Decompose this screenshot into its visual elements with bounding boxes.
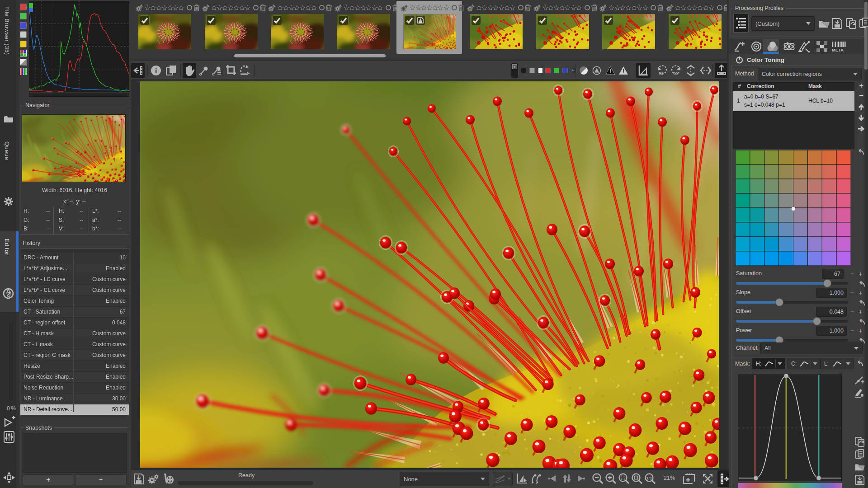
svg-text:1:1: 1:1: [646, 476, 652, 480]
svg-text:!: !: [623, 68, 624, 75]
svg-text:!: !: [609, 68, 611, 75]
svg-text:META: META: [832, 47, 844, 52]
svg-text:i: i: [155, 66, 157, 75]
svg-text:90°: 90°: [673, 71, 679, 76]
svg-text:90°: 90°: [659, 71, 665, 76]
